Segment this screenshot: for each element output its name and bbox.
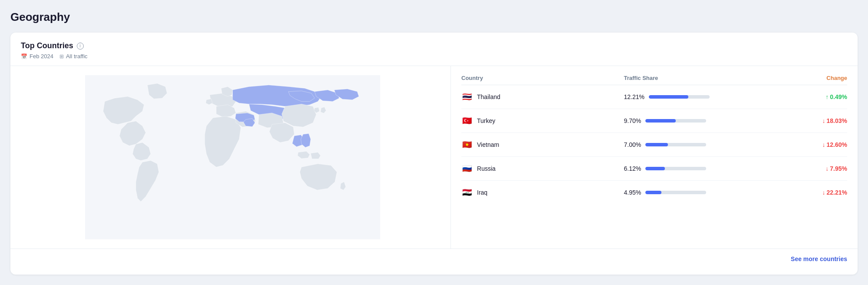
bar-container-0	[649, 95, 710, 99]
flag-3: 🇷🇺	[461, 163, 473, 174]
arrow-icon-1	[822, 117, 825, 124]
arrow-icon-2	[822, 141, 825, 148]
arrow-icon-4	[822, 189, 825, 196]
flag-2: 🇻🇳	[461, 139, 473, 150]
table-row: 🇻🇳 Vietnam 7.00% 12.60%	[461, 133, 847, 157]
map-section	[10, 66, 451, 249]
country-cell-1: 🇹🇷 Turkey	[461, 115, 624, 126]
calendar-icon: 📅	[21, 53, 27, 60]
traffic-cell-0: 12.21%	[624, 93, 786, 100]
arrow-icon-3	[825, 165, 829, 172]
traffic-cell-1: 9.70%	[624, 117, 786, 124]
share-pct-1: 9.70%	[624, 117, 641, 124]
bar-container-2	[645, 143, 706, 146]
bar-fill-1	[645, 119, 676, 123]
country-cell-3: 🇷🇺 Russia	[461, 163, 624, 174]
change-value-4: 22.21%	[827, 189, 847, 196]
country-name-0: Thailand	[477, 93, 500, 100]
country-name-3: Russia	[477, 165, 496, 172]
bar-container-3	[645, 167, 706, 170]
traffic-cell-2: 7.00%	[624, 141, 786, 148]
flag-4: 🇮🇶	[461, 187, 473, 198]
geography-card: Top Countries i 📅 Feb 2024 ⊞ All traffic	[10, 33, 858, 275]
page-title: Geography	[10, 10, 858, 24]
traffic-meta: ⊞ All traffic	[59, 53, 88, 60]
table-rows-container: 🇹🇭 Thailand 12.21% 0.49% 🇹🇷 Turkey 9.70%	[461, 85, 847, 204]
bar-fill-4	[645, 191, 661, 194]
change-value-2: 12.60%	[827, 141, 847, 148]
card-title: Top Countries	[21, 41, 73, 50]
arrow-icon-0	[825, 93, 829, 100]
change-cell-0: 0.49%	[786, 93, 847, 100]
change-cell-1: 18.03%	[786, 117, 847, 124]
bar-fill-2	[645, 143, 668, 146]
flag-0: 🇹🇭	[461, 91, 473, 103]
card-meta: 📅 Feb 2024 ⊞ All traffic	[21, 53, 847, 60]
info-icon[interactable]: i	[77, 43, 84, 50]
country-name-4: Iraq	[477, 189, 487, 196]
table-row: 🇮🇶 Iraq 4.95% 22.21%	[461, 181, 847, 204]
bar-fill-0	[649, 95, 688, 99]
col-change-header: Change	[786, 75, 847, 81]
col-country-header: Country	[461, 75, 624, 81]
change-value-1: 18.03%	[827, 117, 847, 124]
table-section: Country Traffic Share Change 🇹🇭 Thailand…	[451, 66, 858, 249]
table-row: 🇷🇺 Russia 6.12% 7.95%	[461, 157, 847, 181]
country-name-1: Turkey	[477, 117, 495, 124]
card-header: Top Countries i 📅 Feb 2024 ⊞ All traffic	[10, 33, 858, 66]
date-meta: 📅 Feb 2024	[21, 53, 53, 60]
change-cell-2: 12.60%	[786, 141, 847, 148]
country-cell-0: 🇹🇭 Thailand	[461, 91, 624, 103]
date-label: Feb 2024	[30, 53, 53, 60]
col-traffic-header: Traffic Share	[624, 75, 786, 81]
traffic-cell-4: 4.95%	[624, 189, 786, 196]
traffic-label: All traffic	[66, 53, 88, 60]
card-body: Country Traffic Share Change 🇹🇭 Thailand…	[10, 66, 858, 249]
bar-fill-3	[645, 167, 665, 170]
traffic-cell-3: 6.12%	[624, 165, 786, 172]
share-pct-2: 7.00%	[624, 141, 641, 148]
see-more-countries-link[interactable]: See more countries	[791, 255, 847, 262]
country-cell-2: 🇻🇳 Vietnam	[461, 139, 624, 150]
world-map	[85, 75, 380, 239]
country-name-2: Vietnam	[477, 141, 499, 148]
table-header: Country Traffic Share Change	[461, 70, 847, 85]
change-cell-3: 7.95%	[786, 165, 847, 172]
country-cell-4: 🇮🇶 Iraq	[461, 187, 624, 198]
card-footer: See more countries	[10, 249, 858, 269]
change-value-3: 7.95%	[830, 165, 847, 172]
table-row: 🇹🇷 Turkey 9.70% 18.03%	[461, 109, 847, 133]
change-value-0: 0.49%	[830, 93, 847, 100]
change-cell-4: 22.21%	[786, 189, 847, 196]
table-row: 🇹🇭 Thailand 12.21% 0.49%	[461, 85, 847, 109]
flag-1: 🇹🇷	[461, 115, 473, 126]
share-pct-3: 6.12%	[624, 165, 641, 172]
bar-container-1	[645, 119, 706, 123]
bar-container-4	[645, 191, 706, 194]
traffic-icon: ⊞	[59, 53, 64, 60]
share-pct-4: 4.95%	[624, 189, 641, 196]
share-pct-0: 12.21%	[624, 93, 644, 100]
